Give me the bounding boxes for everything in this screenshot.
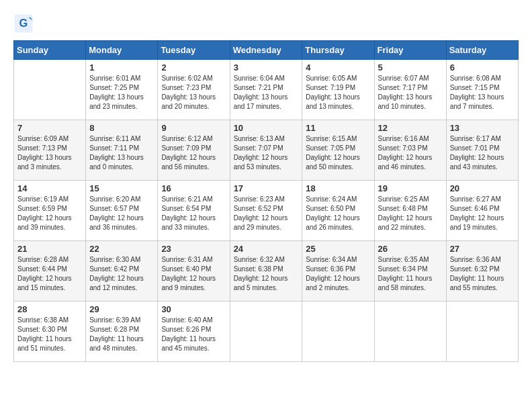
day-info: Sunrise: 6:13 AM Sunset: 7:07 PM Dayligh… (234, 134, 299, 172)
day-number: 27 (450, 244, 515, 254)
calendar-cell: 11Sunrise: 6:15 AM Sunset: 7:05 PM Dayli… (302, 120, 374, 181)
calendar-cell: 30Sunrise: 6:40 AM Sunset: 6:26 PM Dayli… (158, 302, 230, 362)
day-info: Sunrise: 6:31 AM Sunset: 6:40 PM Dayligh… (161, 255, 226, 293)
day-info: Sunrise: 6:30 AM Sunset: 6:42 PM Dayligh… (89, 255, 154, 293)
day-info: Sunrise: 6:32 AM Sunset: 6:38 PM Dayligh… (234, 255, 299, 293)
calendar-cell: 3Sunrise: 6:04 AM Sunset: 7:21 PM Daylig… (230, 60, 302, 120)
day-info: Sunrise: 6:34 AM Sunset: 6:36 PM Dayligh… (306, 255, 370, 293)
day-info: Sunrise: 6:21 AM Sunset: 6:54 PM Dayligh… (161, 195, 226, 232)
day-info: Sunrise: 6:19 AM Sunset: 6:59 PM Dayligh… (17, 195, 82, 232)
day-info: Sunrise: 6:27 AM Sunset: 6:46 PM Dayligh… (450, 195, 515, 232)
day-info: Sunrise: 6:11 AM Sunset: 7:11 PM Dayligh… (89, 134, 154, 172)
logo: G (13, 13, 36, 34)
day-number: 9 (161, 123, 226, 133)
day-info: Sunrise: 6:12 AM Sunset: 7:09 PM Dayligh… (161, 134, 226, 172)
day-info: Sunrise: 6:39 AM Sunset: 6:28 PM Dayligh… (89, 316, 154, 353)
calendar-cell: 27Sunrise: 6:36 AM Sunset: 6:32 PM Dayli… (446, 241, 518, 302)
calendar-cell: 21Sunrise: 6:28 AM Sunset: 6:44 PM Dayli… (14, 241, 86, 302)
calendar-cell: 20Sunrise: 6:27 AM Sunset: 6:46 PM Dayli… (446, 181, 518, 241)
weekday-header-wednesday: Wednesday (230, 41, 302, 60)
day-info: Sunrise: 6:36 AM Sunset: 6:32 PM Dayligh… (450, 255, 515, 293)
svg-text:G: G (19, 17, 28, 29)
calendar-cell: 1Sunrise: 6:01 AM Sunset: 7:25 PM Daylig… (86, 60, 158, 120)
day-number: 15 (89, 183, 154, 193)
calendar-cell: 4Sunrise: 6:05 AM Sunset: 7:19 PM Daylig… (302, 60, 374, 120)
day-info: Sunrise: 6:40 AM Sunset: 6:26 PM Dayligh… (161, 316, 226, 353)
day-info: Sunrise: 6:25 AM Sunset: 6:48 PM Dayligh… (378, 195, 443, 232)
calendar-header: SundayMondayTuesdayWednesdayThursdayFrid… (14, 41, 519, 60)
calendar-cell (230, 302, 302, 362)
calendar-cell: 5Sunrise: 6:07 AM Sunset: 7:17 PM Daylig… (374, 60, 446, 120)
day-info: Sunrise: 6:38 AM Sunset: 6:30 PM Dayligh… (17, 316, 82, 353)
day-number: 17 (234, 183, 299, 193)
day-number: 10 (234, 123, 299, 133)
weekday-header-thursday: Thursday (302, 41, 374, 60)
day-number: 24 (234, 244, 299, 254)
day-number: 3 (234, 62, 299, 73)
day-number: 11 (306, 123, 370, 133)
calendar-week-row: 7Sunrise: 6:09 AM Sunset: 7:13 PM Daylig… (14, 120, 519, 181)
day-number: 19 (378, 183, 443, 193)
weekday-header-tuesday: Tuesday (158, 41, 230, 60)
calendar-week-row: 1Sunrise: 6:01 AM Sunset: 7:25 PM Daylig… (14, 60, 519, 120)
day-info: Sunrise: 6:07 AM Sunset: 7:17 PM Dayligh… (378, 74, 443, 111)
calendar-cell: 14Sunrise: 6:19 AM Sunset: 6:59 PM Dayli… (14, 181, 86, 241)
calendar-cell: 9Sunrise: 6:12 AM Sunset: 7:09 PM Daylig… (158, 120, 230, 181)
day-info: Sunrise: 6:02 AM Sunset: 7:23 PM Dayligh… (161, 74, 226, 111)
calendar-cell: 24Sunrise: 6:32 AM Sunset: 6:38 PM Dayli… (230, 241, 302, 302)
day-info: Sunrise: 6:01 AM Sunset: 7:25 PM Dayligh… (89, 74, 154, 111)
day-info: Sunrise: 6:20 AM Sunset: 6:57 PM Dayligh… (89, 195, 154, 232)
weekday-header-row: SundayMondayTuesdayWednesdayThursdayFrid… (14, 41, 519, 60)
calendar-cell (446, 302, 518, 362)
calendar-cell: 28Sunrise: 6:38 AM Sunset: 6:30 PM Dayli… (14, 302, 86, 362)
calendar-cell: 29Sunrise: 6:39 AM Sunset: 6:28 PM Dayli… (86, 302, 158, 362)
weekday-header-sunday: Sunday (14, 41, 86, 60)
calendar-cell: 25Sunrise: 6:34 AM Sunset: 6:36 PM Dayli… (302, 241, 374, 302)
day-number: 14 (17, 183, 82, 193)
day-info: Sunrise: 6:28 AM Sunset: 6:44 PM Dayligh… (17, 255, 82, 293)
day-number: 5 (378, 62, 443, 73)
day-info: Sunrise: 6:08 AM Sunset: 7:15 PM Dayligh… (450, 74, 515, 111)
calendar-cell (302, 302, 374, 362)
calendar-week-row: 21Sunrise: 6:28 AM Sunset: 6:44 PM Dayli… (14, 241, 519, 302)
calendar-cell: 23Sunrise: 6:31 AM Sunset: 6:40 PM Dayli… (158, 241, 230, 302)
day-number: 21 (17, 244, 82, 254)
calendar-cell: 15Sunrise: 6:20 AM Sunset: 6:57 PM Dayli… (86, 181, 158, 241)
day-number: 2 (161, 62, 226, 73)
day-number: 22 (89, 244, 154, 254)
day-number: 8 (89, 123, 154, 133)
calendar-cell (14, 60, 86, 120)
calendar: SundayMondayTuesdayWednesdayThursdayFrid… (13, 40, 519, 362)
day-number: 30 (161, 304, 226, 314)
calendar-cell: 16Sunrise: 6:21 AM Sunset: 6:54 PM Dayli… (158, 181, 230, 241)
calendar-cell: 2Sunrise: 6:02 AM Sunset: 7:23 PM Daylig… (158, 60, 230, 120)
calendar-week-row: 28Sunrise: 6:38 AM Sunset: 6:30 PM Dayli… (14, 302, 519, 362)
calendar-week-row: 14Sunrise: 6:19 AM Sunset: 6:59 PM Dayli… (14, 181, 519, 241)
calendar-cell: 6Sunrise: 6:08 AM Sunset: 7:15 PM Daylig… (446, 60, 518, 120)
calendar-cell: 13Sunrise: 6:17 AM Sunset: 7:01 PM Dayli… (446, 120, 518, 181)
day-number: 6 (450, 62, 515, 73)
calendar-cell: 7Sunrise: 6:09 AM Sunset: 7:13 PM Daylig… (14, 120, 86, 181)
calendar-cell: 18Sunrise: 6:24 AM Sunset: 6:50 PM Dayli… (302, 181, 374, 241)
day-info: Sunrise: 6:24 AM Sunset: 6:50 PM Dayligh… (306, 195, 370, 232)
day-info: Sunrise: 6:35 AM Sunset: 6:34 PM Dayligh… (378, 255, 443, 293)
calendar-cell: 10Sunrise: 6:13 AM Sunset: 7:07 PM Dayli… (230, 120, 302, 181)
calendar-cell: 8Sunrise: 6:11 AM Sunset: 7:11 PM Daylig… (86, 120, 158, 181)
calendar-cell (374, 302, 446, 362)
day-info: Sunrise: 6:16 AM Sunset: 7:03 PM Dayligh… (378, 134, 443, 172)
header: G (13, 13, 519, 34)
day-number: 12 (378, 123, 443, 133)
calendar-cell: 12Sunrise: 6:16 AM Sunset: 7:03 PM Dayli… (374, 120, 446, 181)
day-number: 20 (450, 183, 515, 193)
day-info: Sunrise: 6:04 AM Sunset: 7:21 PM Dayligh… (234, 74, 299, 111)
weekday-header-monday: Monday (86, 41, 158, 60)
weekday-header-friday: Friday (374, 41, 446, 60)
day-number: 25 (306, 244, 370, 254)
day-number: 28 (17, 304, 82, 314)
day-number: 18 (306, 183, 370, 193)
day-info: Sunrise: 6:23 AM Sunset: 6:52 PM Dayligh… (234, 195, 299, 232)
calendar-cell: 19Sunrise: 6:25 AM Sunset: 6:48 PM Dayli… (374, 181, 446, 241)
day-number: 13 (450, 123, 515, 133)
calendar-cell: 22Sunrise: 6:30 AM Sunset: 6:42 PM Dayli… (86, 241, 158, 302)
day-info: Sunrise: 6:17 AM Sunset: 7:01 PM Dayligh… (450, 134, 515, 172)
